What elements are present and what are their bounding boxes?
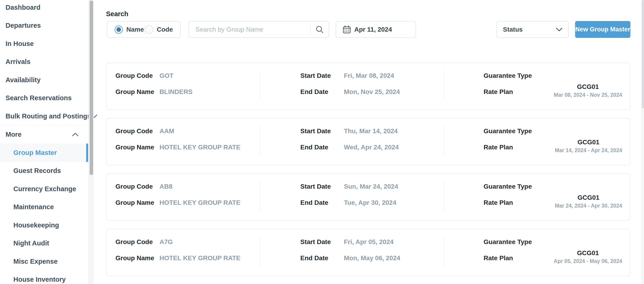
rate-plan-value: GCG01: [578, 194, 600, 201]
sidebar-item-search-reservations[interactable]: Search Reservations: [0, 89, 88, 107]
start-date-label: Start Date: [300, 238, 331, 245]
page-title: Search: [106, 10, 128, 18]
sidebar-item-availability[interactable]: Availability: [0, 71, 88, 89]
status-dropdown[interactable]: Status: [496, 21, 569, 38]
group-name-label: Group Name: [116, 199, 154, 206]
group-card[interactable]: Group Code AB8 Group Name HOTEL KEY GROU…: [106, 173, 630, 221]
start-date-label: Start Date: [300, 128, 331, 134]
group-code-label: Group Code: [116, 72, 153, 79]
sidebar-scrollbar[interactable]: [88, 0, 94, 284]
sidebar-item-label: Guest Records: [13, 167, 61, 175]
group-card[interactable]: Group Code GOT Group Name BLINDERS Start…: [106, 63, 630, 110]
end-date-value: Mon, May 06, 2024: [344, 255, 400, 262]
group-code-value: A7G: [160, 238, 173, 245]
start-date-value: Sun, Mar 24, 2024: [344, 183, 398, 190]
radio-option-name[interactable]: Name: [114, 25, 144, 34]
group-card[interactable]: Group Code AAM Group Name HOTEL KEY GROU…: [106, 118, 630, 165]
rate-plan-block: GCG01 Mar 08, 2024 - Nov 25, 2024: [554, 83, 622, 98]
sidebar-item-label: Arrivals: [6, 58, 30, 66]
group-name-label: Group Name: [116, 88, 154, 95]
group-master-list: Group Code GOT Group Name BLINDERS Start…: [106, 63, 630, 284]
sidebar-item-label: House Inventory: [13, 276, 66, 283]
sidebar-item-label: Night Audit: [13, 239, 49, 247]
group-name-label: Group Name: [116, 255, 154, 262]
sidebar-item-label: More: [6, 131, 22, 138]
sidebar-item-misc-expense[interactable]: Misc Expense: [0, 252, 88, 271]
guarantee-type-label: Guarantee Type: [484, 72, 532, 79]
rate-plan-label: Rate Plan: [484, 144, 513, 151]
radio-name-label: Name: [126, 26, 144, 33]
end-date-label: End Date: [300, 199, 328, 206]
rate-plan-block: GCG01 Mar 14, 2024 - Apr 24, 2024: [555, 139, 622, 153]
sidebar-item-guest-records[interactable]: Guest Records: [0, 162, 88, 180]
magnifier-icon[interactable]: [316, 25, 324, 34]
group-code-label: Group Code: [116, 183, 153, 190]
end-date-value: Tue, Apr 30, 2024: [344, 199, 396, 206]
group-code-label: Group Code: [116, 238, 153, 245]
radio-selected-icon[interactable]: [114, 25, 123, 34]
rate-plan-label: Rate Plan: [484, 255, 513, 262]
chevron-up-icon: [72, 132, 78, 136]
sidebar: Dashboard Departures In House Arrivals A…: [0, 0, 94, 284]
sidebar-item-house-inventory[interactable]: House Inventory: [0, 271, 88, 284]
sidebar-item-departures[interactable]: Departures: [0, 17, 88, 35]
end-date-label: End Date: [300, 255, 328, 262]
sidebar-item-currency-exchange[interactable]: Currency Exchange: [0, 180, 88, 198]
sidebar-item-label: Bulk Routing and Postings: [6, 112, 91, 120]
sidebar-item-in-house[interactable]: In House: [0, 35, 88, 53]
group-name-value: HOTEL KEY GROUP RATE: [160, 199, 240, 206]
card-column-divider: [444, 126, 444, 157]
end-date-label: End Date: [300, 88, 328, 95]
card-column-divider: [260, 70, 260, 101]
status-label: Status: [503, 26, 523, 33]
search-field: [188, 21, 329, 38]
sidebar-item-bulk-routing-and-postings[interactable]: Bulk Routing and Postings: [0, 107, 88, 125]
sidebar-item-group-master[interactable]: Group Master: [0, 144, 88, 162]
search-by-toggle: Name Code: [107, 21, 181, 38]
sidebar-item-label: Group Master: [13, 149, 57, 157]
rate-plan-value: GCG01: [578, 139, 600, 146]
sidebar-nav: Dashboard Departures In House Arrivals A…: [0, 0, 88, 284]
vertical-divider: [310, 25, 311, 35]
search-input[interactable]: [189, 26, 310, 33]
group-code-value: AB8: [160, 183, 172, 190]
group-code-value: AAM: [160, 128, 174, 134]
date-picker[interactable]: Apr 11, 2024: [336, 21, 416, 38]
card-column-divider: [444, 181, 444, 212]
end-date-label: End Date: [300, 144, 328, 151]
start-date-label: Start Date: [300, 72, 331, 79]
card-column-divider: [444, 70, 444, 101]
radio-code-label: Code: [157, 26, 173, 33]
sidebar-item-night-audit[interactable]: Night Audit: [0, 234, 88, 253]
calendar-icon: [342, 25, 351, 34]
radio-option-code[interactable]: Code: [145, 25, 173, 34]
search-controls: Name Code: [94, 21, 644, 38]
sidebar-item-dashboard[interactable]: Dashboard: [0, 0, 88, 17]
sidebar-scrollbar-thumb[interactable]: [90, 1, 93, 175]
sidebar-item-label: In House: [6, 40, 34, 48]
rate-plan-value: GCG01: [577, 83, 599, 90]
rate-plan-range: Apr 05, 2024 - May 06, 2024: [554, 258, 622, 264]
chevron-down-icon: [556, 28, 562, 32]
sidebar-item-label: Maintenance: [13, 203, 54, 211]
sidebar-item-label: Availability: [6, 76, 40, 84]
group-name-value: HOTEL KEY GROUP RATE: [160, 255, 240, 262]
rate-plan-range: Mar 08, 2024 - Nov 25, 2024: [554, 92, 622, 98]
card-column-divider: [260, 181, 260, 212]
group-code-label: Group Code: [116, 128, 153, 134]
end-date-value: Mon, Nov 25, 2024: [344, 88, 400, 95]
sidebar-item-housekeeping[interactable]: Housekeeping: [0, 216, 88, 234]
start-date-value: Thu, Mar 14, 2024: [344, 128, 398, 134]
guarantee-type-label: Guarantee Type: [484, 238, 532, 245]
sidebar-item-arrivals[interactable]: Arrivals: [0, 53, 88, 71]
card-column-divider: [260, 126, 260, 157]
group-card[interactable]: Group Code A7G Group Name HOTEL KEY GROU…: [106, 229, 630, 276]
window-scrollbar[interactable]: [641, 0, 644, 284]
rate-plan-range: Mar 24, 2024 - Apr 30, 2024: [555, 203, 622, 209]
radio-unselected-icon[interactable]: [145, 25, 153, 34]
sidebar-item-label: Departures: [6, 22, 41, 29]
window-scrollbar-thumb[interactable]: [642, 0, 644, 108]
sidebar-item-maintenance[interactable]: Maintenance: [0, 198, 88, 216]
new-group-master-button[interactable]: New Group Master: [575, 21, 630, 38]
sidebar-item-more[interactable]: More: [0, 126, 88, 144]
